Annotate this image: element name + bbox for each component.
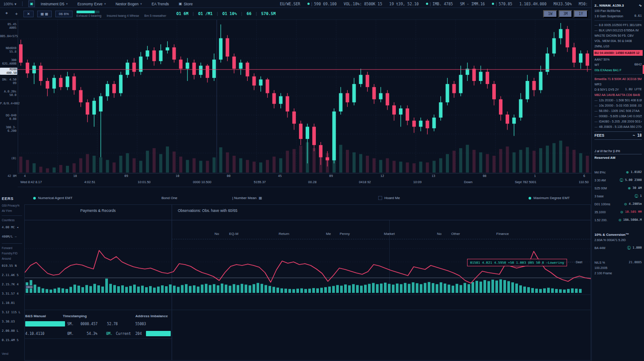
legend-label: Maximum Degree EMT [533,196,570,200]
toolbar-label-bm-5-reweather: Bm 5 reweather [144,14,166,17]
menu-label: Economy Exve [77,2,103,6]
x-tick: 1 [534,174,536,179]
legend-toggle-bond-one[interactable]: Bond One [161,196,177,200]
tab-payments-records[interactable]: Payments & Records [24,208,172,213]
stat-label: 3 base [594,194,633,198]
kv-row-1-8-gain-suspension: 1 8 Gain Suspension0.61 [594,14,642,18]
fees-row[interactable]: FEES~ 18 [594,131,642,140]
menu-instrument-d5[interactable]: Instrument D5▾ [41,2,68,6]
price-label: 05.45 A005 [0,23,16,30]
table-cell: SM. [67,322,73,326]
stat-label: 35.1000 [594,210,618,214]
price-label: 005.04+575 [0,35,16,38]
list-text: 12s 20330 - 1.508 501 408 8.6M [599,99,642,102]
oscillator-chart[interactable] [25,242,591,296]
menu-label: Instrument D5 [41,2,64,6]
legend-toggle-numerical-agent-emt[interactable]: Numerical Agent EMT [33,196,73,200]
left-sidebar: EERSGSt Privacy%AV FirmCountless4.00 MC … [0,195,23,357]
sidebar-text-mb2-aa-1av-b-aa7ta-cd6-ba-b: MB2 AA 1AV/B AA7TA CD6 BA/B [594,93,642,97]
legend-toggle-hoard-me[interactable]: Hoard Me [378,196,400,200]
stat-icon: ⊙ [624,202,627,206]
readout-570-85: |570.85 [492,2,512,6]
x-label-0418-92: 0418 92 [359,180,371,186]
column-header-no: No [215,232,219,236]
price-label: 300 62G.A00B [0,58,16,65]
dash-icon: — [594,109,598,112]
table-cell: Current [116,332,131,336]
chart-annotation[interactable]: 01581 4.021 4.5950 +50 1.003 U05 50 8 —L… [467,259,567,266]
sidebar-text-vol-mem-00a-50-0408: VOL. MEM 00A. 50 & 0408 [594,39,642,43]
stat-row-d01-100ms: D01 100ms⊙4.2805m [594,202,642,206]
status-dot-icon [426,3,428,5]
menu-label: Store [184,2,192,6]
candlestick-chart[interactable] [18,20,591,173]
divider: | [430,2,431,6]
plus-icon[interactable]: ＋ [13,11,19,17]
x-tick: 4 [24,174,26,179]
pan-icon[interactable]: ⌖ [4,11,10,17]
left-sidebar-item-400m-l[interactable]: 400M/L — [2,232,22,242]
left-sidebar-item-around: Around [2,256,22,261]
left-sidebar-item-3-31-57-4[interactable]: 3.31.57 4 [2,289,22,299]
progress-pill[interactable] [77,11,100,13]
toolbar-icons: ⌖＋ [4,11,19,17]
menu-economy-exve[interactable]: Economy Exve▾ [77,2,106,6]
chevron-down-icon: ▾ [140,2,142,6]
readout-value: 1.103.4H.000 [519,2,546,6]
legend-toggle-maximum-degree-emt[interactable]: Maximum Degree EMT [529,196,570,200]
divider: | [193,12,194,16]
left-sidebar-item-0-15-am-5[interactable]: 0.15.AM 5 [2,336,22,345]
tab-observations[interactable]: Observations: Obs. have with 60/65 [178,208,238,213]
period-button-1y[interactable]: 1Y [574,10,588,18]
readout-19-t39-52-10: 19 t39, 52.10 [389,2,419,6]
price-label: DN: 4.50 09 [0,78,16,85]
spacer [594,161,642,166]
x-label-10-01-50: 10:01.50 [138,180,150,186]
layout-grid-box[interactable]: ▦ ▦ [37,11,52,17]
header-underline [172,239,591,239]
status-dot-icon [492,3,494,5]
left-sidebar-item-vend: Vend [2,351,22,357]
alert-row[interactable]: BU 04 AN080: 14580 KAB05 12 [594,50,643,56]
menu-nestor-bogen[interactable]: Nestor Bogen▾ [115,2,142,6]
table-header-b-s-manual: B&S Manual [25,314,46,318]
stat-570-5m: 570.5M [261,12,276,16]
x-tick: 09 [124,174,128,179]
left-sidebar-item-019-55-n[interactable]: 019.55 N [2,261,22,271]
period-button-3m[interactable]: 3M [559,10,573,18]
table-cell: 0M. [67,332,73,336]
left-sidebar-item-2-11-ak-5[interactable]: 2.11.AK 5 [2,271,22,280]
stat-66: 66 [247,12,252,16]
toolbar-stats: O1 6M|O1 /M1|O1 10%|66|570.5M [176,12,276,16]
dash-icon: — [594,125,598,128]
left-sidebar-item-2-00-00-l[interactable]: 2.00.00 L [2,326,22,336]
menu-store[interactable]: ▣Store [179,2,193,6]
zoom-control[interactable]: 100% ▾ [4,2,16,6]
x-label-0000-10-500: 0000 10.500 [193,180,211,186]
percent-box[interactable]: 06 6% [55,11,73,17]
chart-toolbar: ⌖＋ ✕▦ ▦06 6% Exhaust 0 bearingInsured tw… [0,8,591,20]
stat-value: 1.0102 [631,170,642,174]
stat-o1-10: O1 10% [222,12,237,16]
table-cell: 0000.457 [80,322,98,326]
kv-row-wt: WT6042 [594,63,642,67]
stat-value: 5.00 2300 [625,178,642,182]
app-icon-button[interactable]: ▣ [28,0,35,7]
kv-value: 1.8U LFTE [625,88,642,92]
readout-vol-18-8500k-15: VOL.18%: 8500K 15 [344,2,382,6]
kv-label: NILS % [594,261,605,265]
period-button-1w[interactable]: 1W [543,10,557,18]
status-dot-icon [307,3,310,5]
list-row-00083-5-605-l0ba-140-0-0025: —00083 - 5.605 L0BA 140 0.0025 [594,114,642,118]
left-sidebar-item-2-15-7k-4[interactable]: 2.15.7K 4 [2,280,22,289]
close-box[interactable]: ✕ [23,11,34,17]
dash-icon: — [594,104,598,107]
kv-row-d-8-50y1-dy5-2y: D 8 50Y1 DY5 2Y1.8U LFTE [594,88,642,92]
menu-ea-trends[interactable]: EA Trends [152,2,169,6]
left-sidebar-item-4-00-mc[interactable]: 4.00 MC ◂ [2,223,22,232]
left-sidebar-item-3-30-u3[interactable]: 3.30.U3 [2,317,22,326]
legend-toggle-number-mean[interactable]: | Number Mean▦ [232,196,262,200]
left-sidebar-item-1-10-01[interactable]: 1.10.01 [2,299,22,308]
left-sidebar-item-3-12-115-l[interactable]: 3.12 115 L [2,308,22,317]
menu-label: Nestor Bogen [115,2,138,6]
